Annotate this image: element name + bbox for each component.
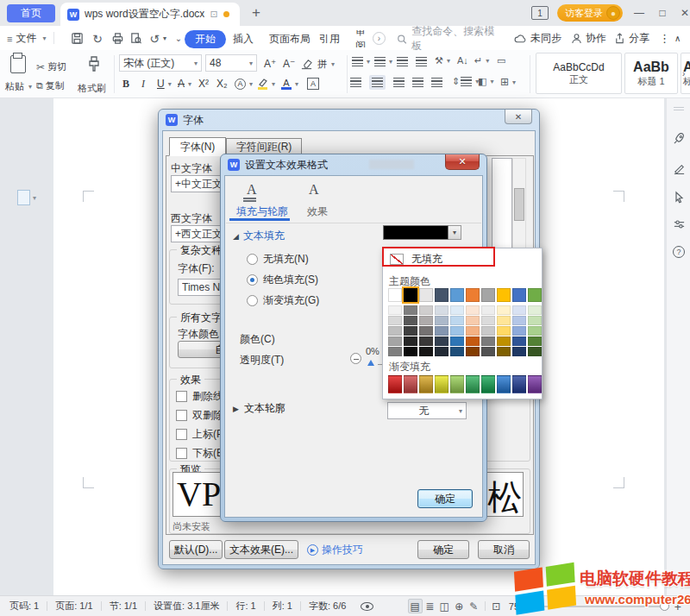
color-swatch[interactable] — [512, 305, 526, 315]
document-tab[interactable]: W wps word设置空心字.docx ⊡ — [60, 3, 240, 26]
color-swatch[interactable] — [528, 305, 542, 315]
color-swatch[interactable] — [481, 347, 495, 356]
color-swatch[interactable] — [528, 375, 542, 393]
collapse-ribbon-icon[interactable]: ∧ — [674, 31, 681, 46]
color-swatch[interactable] — [435, 375, 448, 393]
show-marks-icon[interactable]: ↵▾ — [474, 55, 489, 66]
transparency-slider-thumb[interactable] — [367, 360, 374, 366]
font-name-combo[interactable]: 宋体 (正文) ▾ — [119, 54, 202, 72]
read-mode-icon[interactable]: ◫ — [437, 599, 452, 613]
style-heading1[interactable]: AaBb 标题 1 — [624, 53, 678, 94]
tab-review[interactable]: 审阅 — [355, 30, 370, 47]
tab-font[interactable]: 字体(N) — [169, 137, 226, 156]
outline-combo[interactable]: 无 ▾ — [387, 402, 467, 419]
tab-references[interactable]: 引用 — [319, 30, 340, 47]
tab-home[interactable]: 开始 — [185, 30, 226, 48]
transparency-decrease-icon[interactable] — [350, 353, 361, 364]
bold-button[interactable]: B — [122, 75, 129, 92]
tabs-scroll-right-icon[interactable]: › — [373, 32, 386, 45]
color-swatch[interactable] — [466, 347, 480, 356]
color-swatch[interactable] — [450, 305, 464, 315]
color-swatch[interactable] — [388, 288, 402, 302]
color-swatch[interactable] — [404, 305, 417, 315]
color-swatch[interactable] — [450, 336, 464, 346]
pinyin-guide-icon[interactable]: 拼▾ — [317, 55, 335, 72]
sort-icon[interactable]: A↓ — [457, 55, 468, 66]
collab-button[interactable]: 协作 — [571, 31, 606, 46]
color-swatch[interactable] — [497, 288, 511, 302]
highlight-button[interactable]: ▾ — [257, 75, 275, 92]
color-swatch[interactable] — [466, 288, 480, 302]
minimize-button[interactable]: — — [630, 5, 649, 21]
text-effects-button[interactable]: 文本效果(E)... — [224, 540, 298, 559]
color-swatch[interactable] — [419, 305, 433, 315]
color-swatch[interactable] — [512, 375, 526, 393]
font-size-combo[interactable]: 48 ▾ — [205, 54, 257, 72]
eye-icon[interactable] — [361, 602, 373, 611]
text-outline-section-header[interactable]: ▶ 文本轮廓 — [233, 401, 285, 416]
web-view-icon[interactable]: ⊕ — [452, 599, 467, 613]
no-fill-radio[interactable]: 无填充(N) — [247, 252, 309, 267]
color-swatch[interactable] — [512, 288, 526, 302]
color-swatch[interactable] — [404, 347, 417, 356]
home-button[interactable]: 首页 — [7, 4, 55, 22]
styles-more-icon[interactable]: › — [682, 69, 685, 79]
copy-button[interactable]: ⧉ 复制 — [36, 79, 65, 92]
pen-icon[interactable] — [672, 160, 686, 174]
color-swatch[interactable] — [388, 375, 402, 393]
color-swatch[interactable] — [404, 336, 417, 346]
tab-effects[interactable]: 效果 — [300, 204, 335, 219]
font-dialog-close-icon[interactable]: ✕ — [505, 110, 532, 124]
superscript-button[interactable]: X² — [198, 75, 209, 92]
color-swatch[interactable] — [419, 288, 433, 302]
subscript-button[interactable]: X₂ — [216, 75, 228, 92]
text-tool-icon[interactable]: ⚒▾ — [435, 55, 450, 66]
color-swatch[interactable] — [419, 375, 433, 393]
justify-icon[interactable] — [412, 78, 423, 87]
color-swatch[interactable] — [481, 305, 495, 315]
login-button[interactable]: 访客登录 ● — [557, 4, 623, 22]
color-swatch[interactable] — [481, 336, 495, 346]
color-swatch[interactable] — [435, 288, 448, 302]
color-swatch[interactable] — [497, 375, 511, 393]
color-swatch[interactable] — [404, 316, 417, 325]
color-swatch[interactable] — [435, 305, 448, 315]
borders-icon[interactable]: ⊞▾ — [500, 76, 516, 88]
paste-button[interactable]: 粘贴▾ — [5, 80, 32, 93]
color-swatch[interactable] — [450, 316, 464, 325]
fill-color-dropdown-icon[interactable]: ▾ — [448, 225, 461, 240]
effects-ok-button[interactable]: 确定 — [417, 489, 473, 508]
paste-icon[interactable] — [10, 55, 26, 73]
underline-button[interactable]: U▾ — [157, 75, 172, 92]
font-dialog-cancel-button[interactable]: 取消 — [478, 540, 530, 559]
color-swatch[interactable] — [512, 326, 526, 336]
sync-status[interactable]: 未同步 — [514, 31, 561, 46]
color-swatch[interactable] — [466, 375, 480, 393]
color-swatch[interactable] — [388, 347, 402, 356]
decrease-font-icon[interactable]: A⁻ — [283, 55, 295, 72]
page-flag-icon[interactable] — [17, 190, 30, 205]
drag-handle[interactable] — [674, 107, 684, 108]
color-swatch[interactable] — [419, 336, 433, 346]
style-normal[interactable]: AaBbCcDd 正文 — [536, 53, 622, 94]
color-swatch[interactable] — [404, 375, 417, 393]
fit-page-icon[interactable]: ⊡ — [489, 599, 504, 613]
color-swatch[interactable] — [450, 347, 464, 356]
format-painter-icon[interactable] — [86, 55, 102, 74]
new-tab-button[interactable]: + — [247, 3, 266, 22]
font-color-button[interactable]: A▾ — [281, 75, 298, 92]
color-swatch[interactable] — [528, 288, 542, 302]
tab-fill-outline[interactable]: 填充与轮廓 — [231, 204, 293, 219]
ruler-icon[interactable]: ▭ — [497, 55, 505, 66]
enclosed-char-button[interactable]: A▾ — [235, 75, 253, 92]
italic-button[interactable]: I — [141, 75, 145, 92]
gradient-fill-radio[interactable]: 渐变填充(G) — [247, 293, 319, 308]
color-swatch[interactable] — [528, 336, 542, 346]
color-swatch[interactable] — [497, 316, 511, 325]
sliders-icon[interactable] — [672, 217, 686, 231]
fill-color-swatch[interactable] — [383, 225, 448, 240]
color-swatch[interactable] — [528, 316, 542, 325]
font-dialog-titlebar[interactable]: W 字体 — [159, 110, 539, 130]
color-swatch[interactable] — [466, 326, 480, 336]
save-icon[interactable] — [69, 31, 85, 46]
